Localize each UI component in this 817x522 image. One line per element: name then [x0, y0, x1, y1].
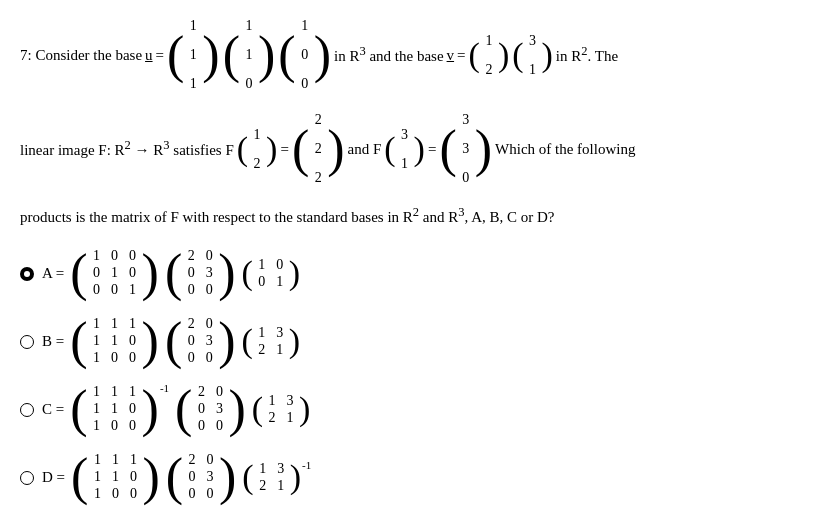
cell: 1	[258, 257, 266, 273]
cell: 1	[93, 350, 101, 366]
option-c-row: C = ( 111 110 100 ) -1 (	[20, 382, 797, 436]
v-col2-body: 3 1	[524, 25, 542, 86]
cell: 1	[245, 12, 253, 40]
cell: 0	[187, 282, 195, 298]
cell: 0	[462, 164, 470, 192]
radio-c[interactable]	[20, 403, 34, 417]
cell: 0	[111, 486, 119, 502]
u-col3-matrix: ( 1 0 0 )	[278, 10, 331, 100]
cell: 0	[129, 401, 137, 417]
left-paren: (	[292, 123, 309, 175]
left-paren: (	[242, 462, 253, 493]
cell: 0	[301, 41, 309, 69]
right-paren: )	[218, 315, 235, 367]
f-input1-body: 1 2	[248, 119, 266, 180]
f-output2-matrix: ( 3 3 0 )	[439, 104, 492, 194]
cell: 0	[206, 486, 214, 502]
cell: 0	[205, 316, 213, 332]
linear-image-line: linear image F: R2 → R3 satisfies F ( 1 …	[20, 104, 797, 194]
left-paren: (	[166, 451, 183, 503]
mat-body: 111 110 100	[88, 450, 142, 504]
cell: 1	[111, 401, 119, 417]
cell: 1	[93, 333, 101, 349]
mat-body: 20 03 00	[183, 450, 219, 504]
option-c-mat1-sup-wrap: ( 111 110 100 ) -1	[70, 382, 169, 436]
cell: 1	[277, 478, 285, 494]
cell: 3	[529, 27, 537, 55]
option-a-mat2: ( 20 03 00 )	[165, 246, 236, 300]
right-paren: )	[327, 123, 344, 175]
cell: 1	[129, 384, 137, 400]
cell: 0	[187, 265, 195, 281]
and-text: and F	[348, 134, 382, 164]
cell: 1	[189, 12, 197, 40]
cell: 0	[93, 282, 101, 298]
radio-a[interactable]	[20, 267, 34, 281]
right-paren: )	[142, 247, 159, 299]
radio-d[interactable]	[20, 471, 34, 485]
cell: 3	[205, 265, 213, 281]
left-paren: (	[242, 326, 253, 357]
cell: 0	[188, 486, 196, 502]
cell: 2	[187, 316, 195, 332]
cell: 1	[245, 41, 253, 69]
cell: 3	[277, 461, 285, 477]
cell: 1	[93, 418, 101, 434]
cell: 1	[111, 316, 119, 332]
cell: 1	[129, 282, 137, 298]
cell: 1	[268, 393, 276, 409]
cell: 1	[401, 150, 409, 178]
v-label: v	[447, 40, 455, 70]
right-paren: )	[219, 451, 236, 503]
right-paren: )	[289, 326, 300, 357]
left-paren: (	[384, 134, 395, 165]
equals-1: =	[156, 40, 164, 70]
cell: 0	[129, 265, 137, 281]
cell: 2	[314, 135, 322, 163]
f-input2-body: 3 1	[396, 119, 414, 180]
option-d-mat1: ( 111 110 100 )	[71, 450, 160, 504]
cell: 3	[462, 106, 470, 134]
left-paren: (	[175, 383, 192, 435]
cell: 1	[111, 452, 119, 468]
v-col1-matrix: ( 1 2 )	[469, 25, 510, 86]
left-paren: (	[252, 394, 263, 425]
cell: 2	[197, 384, 205, 400]
radio-b[interactable]	[20, 335, 34, 349]
right-paren: )	[202, 29, 219, 81]
cell: 0	[129, 248, 137, 264]
cell: 2	[258, 342, 266, 358]
left-paren: (	[70, 383, 87, 435]
equals-f1: =	[280, 134, 288, 164]
cell: 1	[276, 274, 284, 290]
mat-body: 13 21	[253, 323, 289, 360]
options-container: A = ( 100 010 001 ) ( 20 03	[20, 246, 797, 504]
question-number: 7: Consider the base	[20, 40, 142, 70]
f-output1-body: 2 2 2	[309, 104, 327, 194]
cell: 2	[268, 410, 276, 426]
question-container: 7: Consider the base u = ( 1 1 1 ) ( 1 1…	[20, 10, 797, 504]
cell: 0	[129, 350, 137, 366]
cell: 1	[111, 469, 119, 485]
cell: 0	[206, 452, 214, 468]
mat-body: 13 21	[263, 391, 299, 428]
cell: 0	[111, 248, 119, 264]
u-col2-body: 1 1 0	[240, 10, 258, 100]
option-b-label: B = ( 111 110 100 ) ( 20 03 00	[42, 314, 300, 368]
cell: 1	[286, 410, 294, 426]
option-b-mat1: ( 111 110 100 )	[70, 314, 159, 368]
cell: 1	[93, 452, 101, 468]
cell: 0	[129, 418, 137, 434]
u-col1-matrix: ( 1 1 1 )	[167, 10, 220, 100]
cell: 0	[205, 350, 213, 366]
right-paren: )	[142, 451, 159, 503]
cell: 1	[259, 461, 267, 477]
right-paren: )	[498, 40, 509, 71]
mat-body: 13 21	[254, 459, 290, 496]
right-paren: )	[289, 258, 300, 289]
left-paren: (	[278, 29, 295, 81]
cell: 3	[206, 469, 214, 485]
in-r2: in R2. The	[556, 39, 618, 71]
cell: 1	[129, 316, 137, 332]
right-paren: )	[228, 383, 245, 435]
